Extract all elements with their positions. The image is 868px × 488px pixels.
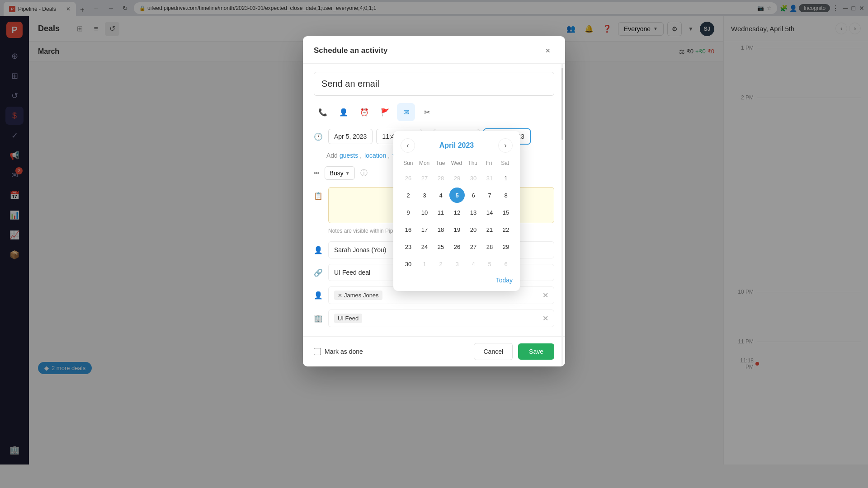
- cal-day[interactable]: 28: [482, 239, 497, 254]
- cal-day[interactable]: 15: [498, 205, 514, 220]
- cal-day[interactable]: 18: [433, 222, 448, 237]
- contact-tag-remove-icon[interactable]: ✕: [338, 292, 342, 299]
- org-field-clear[interactable]: ✕: [542, 314, 548, 323]
- cal-day[interactable]: 4: [466, 256, 481, 272]
- owner-value: Sarah Jonas (You): [334, 246, 386, 253]
- cal-day[interactable]: 26: [449, 239, 465, 254]
- cal-day[interactable]: 5: [482, 256, 497, 272]
- cal-day[interactable]: 3: [449, 256, 465, 272]
- org-tag-name: UI Feed: [338, 315, 359, 322]
- calendar-day-headers: Sun Mon Tue Wed Thu Fri Sat: [401, 158, 513, 168]
- cal-day[interactable]: 7: [482, 188, 497, 203]
- day-header-sun: Sun: [401, 158, 416, 168]
- cal-day[interactable]: 12: [449, 205, 465, 220]
- contact-tag: ✕ James Jones: [334, 291, 382, 300]
- cal-day[interactable]: 19: [449, 222, 465, 237]
- contact-icon: 👤: [314, 291, 323, 300]
- deal-value: UI Feed deal: [334, 269, 370, 276]
- cal-day[interactable]: 13: [466, 205, 481, 220]
- cal-day[interactable]: 1: [417, 256, 432, 272]
- cal-day[interactable]: 3: [417, 188, 432, 203]
- cal-day[interactable]: 2: [401, 188, 416, 203]
- modal-header: Schedule an activity ✕: [303, 36, 565, 64]
- notes-icon: 📋: [314, 192, 323, 200]
- calendar-month-label: April 2023: [439, 141, 474, 150]
- activity-types: 📞 👤 ⏰ 🚩 ✉ ✂: [314, 103, 554, 121]
- contact-tag-name: James Jones: [344, 292, 379, 299]
- cal-day[interactable]: 6: [498, 256, 514, 272]
- cancel-button[interactable]: Cancel: [474, 343, 513, 360]
- activity-type-flag[interactable]: 🚩: [376, 103, 394, 121]
- owner-icon: 👤: [314, 246, 323, 254]
- cal-day[interactable]: 1: [498, 170, 514, 186]
- save-button[interactable]: Save: [518, 343, 554, 360]
- today-button[interactable]: Today: [496, 277, 513, 284]
- cal-day[interactable]: 22: [498, 222, 514, 237]
- mark-done-checkbox[interactable]: [314, 348, 321, 355]
- cal-day[interactable]: 8: [498, 188, 514, 203]
- modal-overlay: Schedule an activity ✕ 📞 👤 ⏰ 🚩 ✉ ✂ �: [0, 0, 868, 465]
- activity-type-other[interactable]: ✂: [418, 103, 436, 121]
- day-header-fri: Fri: [481, 158, 497, 168]
- day-header-mon: Mon: [417, 158, 432, 168]
- cal-day[interactable]: 23: [401, 239, 416, 254]
- activity-type-deadline[interactable]: ⏰: [355, 103, 373, 121]
- cal-day[interactable]: 6: [466, 188, 481, 203]
- mark-done-checkbox-label[interactable]: Mark as done: [314, 348, 363, 355]
- day-header-sat: Sat: [497, 158, 513, 168]
- cal-day[interactable]: 27: [417, 170, 432, 186]
- modal-footer: Mark as done Cancel Save: [303, 336, 565, 366]
- start-date-value: Apr 5, 2023: [334, 133, 367, 140]
- org-icon: 🏢: [314, 314, 323, 323]
- activity-type-call[interactable]: 📞: [314, 103, 332, 121]
- cal-day[interactable]: 25: [433, 239, 448, 254]
- cal-day-selected[interactable]: 5: [449, 188, 465, 203]
- cal-day[interactable]: 29: [498, 239, 514, 254]
- cal-day[interactable]: 21: [482, 222, 497, 237]
- cal-day[interactable]: 16: [401, 222, 416, 237]
- start-date-field[interactable]: Apr 5, 2023: [328, 129, 373, 144]
- day-header-tue: Tue: [433, 158, 448, 168]
- add-label: Add: [326, 152, 338, 159]
- cal-day[interactable]: 24: [417, 239, 432, 254]
- cal-day[interactable]: 30: [401, 256, 416, 272]
- cal-day[interactable]: 10: [417, 205, 432, 220]
- clock-icon: 🕐: [314, 132, 323, 141]
- busy-chevron-icon: ▼: [345, 171, 350, 176]
- cal-day[interactable]: 17: [417, 222, 432, 237]
- cal-day[interactable]: 27: [466, 239, 481, 254]
- cal-day[interactable]: 20: [466, 222, 481, 237]
- org-tag: UI Feed: [334, 314, 362, 323]
- cal-day[interactable]: 2: [433, 256, 448, 272]
- calendar-popup: ‹ April 2023 › Sun Mon Tue Wed Thu Fri S…: [393, 131, 520, 291]
- cal-day[interactable]: 11: [433, 205, 448, 220]
- day-header-thu: Thu: [465, 158, 481, 168]
- day-header-wed: Wed: [449, 158, 464, 168]
- mark-done-label: Mark as done: [325, 348, 363, 355]
- busy-select[interactable]: Busy ▼: [325, 166, 355, 180]
- calendar-days: 26 27 28 29 30 31 1 2 3 4 5 6 7 8 9 10 1…: [401, 170, 513, 272]
- add-location-link[interactable]: location: [364, 152, 386, 159]
- cal-day[interactable]: 9: [401, 205, 416, 220]
- add-guests-link[interactable]: guests: [340, 152, 358, 159]
- org-tag-field[interactable]: UI Feed ✕: [328, 310, 554, 327]
- calendar-prev-button[interactable]: ‹: [401, 138, 415, 153]
- cal-day[interactable]: 31: [482, 170, 497, 186]
- activity-name-input[interactable]: [314, 72, 554, 96]
- busy-label: Busy: [330, 169, 344, 177]
- cal-day[interactable]: 26: [401, 170, 416, 186]
- cal-day[interactable]: 28: [433, 170, 448, 186]
- contact-field-clear[interactable]: ✕: [542, 291, 548, 300]
- activity-type-meeting[interactable]: 👤: [335, 103, 353, 121]
- cal-day[interactable]: 29: [449, 170, 465, 186]
- modal-title: Schedule an activity: [314, 46, 387, 55]
- modal-close-button[interactable]: ✕: [542, 44, 554, 57]
- cal-day[interactable]: 30: [466, 170, 481, 186]
- cal-day[interactable]: 4: [433, 188, 448, 203]
- more-options-icon: •••: [314, 169, 319, 177]
- info-icon[interactable]: ⓘ: [360, 169, 368, 178]
- link-icon: 🔗: [314, 268, 323, 277]
- calendar-next-button[interactable]: ›: [498, 138, 513, 153]
- activity-type-email[interactable]: ✉: [397, 103, 415, 121]
- cal-day[interactable]: 14: [482, 205, 497, 220]
